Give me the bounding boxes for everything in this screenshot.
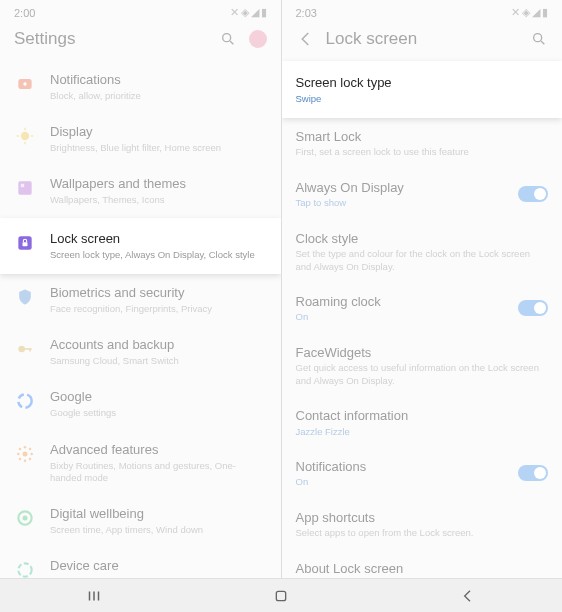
settings-item[interactable]: Advanced features Bixby Routines, Motion… — [0, 431, 281, 496]
item-title: Screen lock type — [296, 74, 549, 92]
item-title: Lock screen — [50, 231, 267, 248]
search-icon[interactable] — [219, 30, 237, 48]
settings-header: Settings — [0, 21, 281, 61]
wallpaper-icon — [14, 177, 36, 199]
svg-rect-12 — [23, 242, 28, 246]
svg-rect-10 — [21, 184, 24, 187]
item-subtitle: Screen time, App timers, Wind down — [50, 524, 267, 536]
item-content: Google Google settings — [50, 389, 267, 419]
item-subtitle: First, set a screen lock to use this fea… — [296, 146, 549, 158]
settings-item[interactable]: Wallpapers and themes Wallpapers, Themes… — [0, 165, 281, 217]
back-icon[interactable] — [296, 30, 316, 48]
home-button[interactable] — [270, 585, 292, 607]
lock-setting-item[interactable]: Clock style Set the type and colour for … — [282, 220, 563, 283]
svg-rect-15 — [29, 348, 31, 351]
svg-point-16 — [18, 395, 31, 408]
item-content: About Lock screen — [296, 560, 549, 578]
toggle-switch[interactable] — [518, 186, 548, 202]
lock-setting-item[interactable]: Notifications On — [282, 448, 563, 499]
svg-point-3 — [23, 82, 26, 85]
svg-line-30 — [541, 41, 544, 44]
item-content: Contact information Jazzle Fizzle — [296, 407, 549, 438]
item-subtitle: Block, allow, prioritize — [50, 90, 267, 102]
item-content: Notifications Block, allow, prioritize — [50, 72, 267, 102]
toggle-switch[interactable] — [518, 300, 548, 316]
settings-item[interactable]: Notifications Block, allow, prioritize — [0, 61, 281, 113]
settings-item[interactable]: Google Google settings — [0, 378, 281, 430]
item-subtitle: Samsung Cloud, Smart Switch — [50, 355, 267, 367]
item-subtitle: Screen lock type, Always On Display, Clo… — [50, 249, 267, 261]
search-icon[interactable] — [530, 30, 548, 48]
lock-setting-item[interactable]: Contact information Jazzle Fizzle — [282, 397, 563, 448]
item-title: FaceWidgets — [296, 344, 549, 362]
item-title: Wallpapers and themes — [50, 176, 267, 193]
item-subtitle: Swipe — [296, 93, 549, 105]
shield-icon — [14, 286, 36, 308]
settings-screen: 2:00 ✕ ◈ ◢ ▮ Settings Notifications Bloc… — [0, 0, 282, 612]
item-content: Smart Lock First, set a screen lock to u… — [296, 128, 549, 159]
lock-setting-item[interactable]: Always On Display Tap to show — [282, 169, 563, 220]
display-icon — [14, 125, 36, 147]
svg-point-19 — [24, 459, 27, 462]
item-content: Screen lock type Swipe — [296, 74, 549, 105]
svg-point-23 — [29, 457, 32, 460]
back-button[interactable] — [457, 585, 479, 607]
settings-item[interactable]: Digital wellbeing Screen time, App timer… — [0, 495, 281, 547]
mute-icon: ✕ — [230, 6, 239, 19]
toggle-switch[interactable] — [518, 465, 548, 481]
account-avatar[interactable] — [249, 30, 267, 48]
lock-setting-item[interactable]: Screen lock type Swipe — [282, 61, 563, 118]
svg-rect-9 — [18, 182, 31, 195]
item-title: Device care — [50, 558, 267, 575]
item-subtitle: On — [296, 476, 509, 488]
item-subtitle: Wallpapers, Themes, Icons — [50, 194, 267, 206]
lock-setting-item[interactable]: FaceWidgets Get quick access to useful i… — [282, 334, 563, 397]
lock-setting-item[interactable]: Roaming clock On — [282, 283, 563, 334]
item-title: Display — [50, 124, 267, 141]
item-title: Notifications — [50, 72, 267, 89]
mute-icon: ✕ — [511, 6, 520, 19]
svg-point-4 — [21, 132, 29, 140]
settings-item[interactable]: Biometrics and security Face recognition… — [0, 274, 281, 326]
settings-item[interactable]: Accounts and backup Samsung Cloud, Smart… — [0, 326, 281, 378]
item-subtitle: Face recognition, Fingerprints, Privacy — [50, 303, 267, 315]
status-bar: 2:03 ✕ ◈ ◢ ▮ — [282, 0, 563, 21]
svg-line-1 — [230, 41, 233, 44]
signal-icon: ◢ — [532, 6, 540, 19]
item-content: FaceWidgets Get quick access to useful i… — [296, 344, 549, 387]
wellbeing-icon — [14, 507, 36, 529]
item-title: Biometrics and security — [50, 285, 267, 302]
lock-screen-settings: 2:03 ✕ ◈ ◢ ▮ Lock screen Screen lock typ… — [282, 0, 563, 612]
item-content: Wallpapers and themes Wallpapers, Themes… — [50, 176, 267, 206]
page-title: Settings — [14, 29, 209, 49]
wifi-icon: ◈ — [241, 6, 249, 19]
settings-list: Notifications Block, allow, prioritize D… — [0, 61, 281, 592]
item-content: App shortcuts Select apps to open from t… — [296, 509, 549, 540]
settings-item[interactable]: Display Brightness, Blue light filter, H… — [0, 113, 281, 165]
item-content: Always On Display Tap to show — [296, 179, 509, 210]
item-subtitle: Google settings — [50, 407, 267, 419]
item-title: Clock style — [296, 230, 549, 248]
item-subtitle: Jazzle Fizzle — [296, 426, 549, 438]
svg-point-0 — [222, 34, 230, 42]
clock: 2:00 — [14, 7, 35, 19]
lock-setting-item[interactable]: Smart Lock First, set a screen lock to u… — [282, 118, 563, 169]
lock-setting-item[interactable]: App shortcuts Select apps to open from t… — [282, 499, 563, 550]
advanced-icon — [14, 443, 36, 465]
svg-point-18 — [24, 446, 27, 449]
lock-screen-list: Screen lock type Swipe Smart Lock First,… — [282, 61, 563, 587]
battery-icon: ▮ — [542, 6, 548, 19]
clock: 2:03 — [296, 7, 317, 19]
settings-item[interactable]: Lock screen Screen lock type, Always On … — [0, 218, 281, 274]
recents-button[interactable] — [83, 585, 105, 607]
svg-rect-34 — [276, 591, 285, 600]
status-icons: ✕ ◈ ◢ ▮ — [511, 6, 548, 19]
svg-point-29 — [534, 34, 542, 42]
item-content: Device care — [50, 558, 267, 575]
lock-icon — [14, 232, 36, 254]
item-title: Always On Display — [296, 179, 509, 197]
svg-point-24 — [29, 447, 32, 450]
item-title: Smart Lock — [296, 128, 549, 146]
svg-point-21 — [30, 452, 32, 455]
item-subtitle: On — [296, 311, 509, 323]
